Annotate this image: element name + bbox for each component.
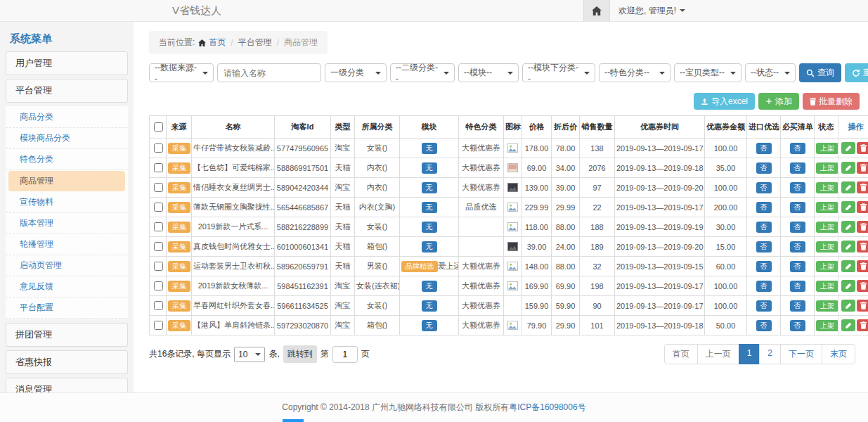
must-buy-badge[interactable]: 否 <box>790 320 805 331</box>
delete-button[interactable] <box>857 241 868 252</box>
edit-button[interactable] <box>841 181 855 193</box>
page-number-input[interactable] <box>332 346 358 363</box>
module-badge[interactable]: 无 <box>422 162 437 174</box>
status-badge[interactable]: 上架 <box>816 320 838 331</box>
sidebar-item[interactable]: 平台配置 <box>6 298 128 319</box>
select-all-checkbox[interactable] <box>154 122 163 132</box>
name-search-input[interactable] <box>217 63 321 82</box>
pagination-item[interactable]: 上一页 <box>697 344 739 364</box>
status-badge[interactable]: 上架 <box>816 281 838 292</box>
filter-select-3[interactable]: --模块下分类-- <box>522 63 595 82</box>
data-source-select[interactable]: --数据来源-- <box>149 63 214 82</box>
home-button[interactable] <box>583 0 610 21</box>
filter-select-6[interactable]: --状态-- <box>745 63 796 82</box>
sidebar-item[interactable]: 启动页管理 <box>6 255 128 276</box>
row-checkbox[interactable] <box>154 143 163 153</box>
status-badge[interactable]: 上架 <box>816 241 838 252</box>
horizontal-scrollbar-thumb[interactable] <box>283 419 304 422</box>
query-button[interactable]: 查询 <box>799 63 841 82</box>
row-checkbox[interactable] <box>154 281 163 290</box>
row-checkbox[interactable] <box>154 301 163 310</box>
pagination-item[interactable]: 首页 <box>664 344 698 364</box>
import-choice-badge[interactable]: 否 <box>756 143 772 154</box>
row-checkbox[interactable] <box>154 242 163 251</box>
must-buy-badge[interactable]: 否 <box>790 222 805 233</box>
import-choice-badge[interactable]: 否 <box>756 222 772 233</box>
sidebar-item[interactable]: 版本管理 <box>6 213 128 234</box>
jump-button[interactable]: 跳转到 <box>283 345 317 363</box>
filter-select-2[interactable]: --模块-- <box>458 63 519 82</box>
must-buy-badge[interactable]: 否 <box>790 261 805 272</box>
sidebar-section[interactable]: 用户管理 <box>6 51 128 75</box>
delete-button[interactable] <box>857 181 868 193</box>
edit-button[interactable] <box>841 241 855 252</box>
must-buy-badge[interactable]: 否 <box>790 202 805 213</box>
module-badge[interactable]: 无 <box>422 182 437 193</box>
sidebar-item[interactable]: 模块商品分类 <box>6 128 128 149</box>
status-badge[interactable]: 上架 <box>816 261 838 272</box>
sidebar-item[interactable]: 轮播管理 <box>6 234 128 255</box>
module-badge[interactable]: 无 <box>422 241 437 252</box>
edit-button[interactable] <box>841 162 855 174</box>
must-buy-badge[interactable]: 否 <box>790 182 805 193</box>
delete-button[interactable] <box>857 319 868 331</box>
row-checkbox[interactable] <box>154 183 163 192</box>
status-badge[interactable]: 上架 <box>816 143 838 154</box>
sidebar-item[interactable]: 意见反馈 <box>6 276 128 298</box>
edit-button[interactable] <box>841 142 855 154</box>
must-buy-badge[interactable]: 否 <box>790 162 805 174</box>
import-choice-badge[interactable]: 否 <box>756 261 772 272</box>
must-buy-badge[interactable]: 否 <box>790 143 805 154</box>
module-badge[interactable]: 无 <box>422 143 437 154</box>
delete-button[interactable] <box>857 300 868 312</box>
sidebar-item[interactable]: 特色分类 <box>6 149 128 170</box>
must-buy-badge[interactable]: 否 <box>790 241 805 252</box>
import-choice-badge[interactable]: 否 <box>756 300 772 312</box>
filter-select-4[interactable]: --特色分类-- <box>599 63 671 82</box>
row-checkbox[interactable] <box>154 203 163 212</box>
pagination-item[interactable]: 2 <box>759 344 781 364</box>
status-badge[interactable]: 上架 <box>816 300 838 312</box>
module-badge[interactable]: 无 <box>422 202 437 213</box>
module-badge[interactable]: 无 <box>422 300 437 312</box>
delete-button[interactable] <box>857 260 868 272</box>
icp-link[interactable]: 粤ICP备16098006号 <box>509 402 585 412</box>
status-badge[interactable]: 上架 <box>816 182 838 193</box>
sidebar-item[interactable]: 商品分类 <box>6 107 128 128</box>
row-checkbox[interactable] <box>154 222 163 231</box>
sidebar-item[interactable]: 商品管理 <box>8 171 125 191</box>
row-checkbox[interactable] <box>154 321 163 330</box>
import-choice-badge[interactable]: 否 <box>756 162 772 174</box>
delete-button[interactable] <box>857 221 868 233</box>
per-page-select[interactable]: 10 <box>234 347 265 362</box>
delete-button[interactable] <box>857 280 868 292</box>
must-buy-badge[interactable]: 否 <box>790 281 805 292</box>
must-buy-badge[interactable]: 否 <box>790 300 805 312</box>
module-badge[interactable]: 无 <box>422 222 437 233</box>
reset-button[interactable]: 重置 <box>845 63 868 82</box>
status-badge[interactable]: 上架 <box>816 222 838 233</box>
user-menu[interactable]: 欢迎您, 管理员! <box>618 5 685 17</box>
delete-button[interactable] <box>857 142 868 154</box>
breadcrumb-home-link[interactable]: 首页 <box>209 37 226 49</box>
row-checkbox[interactable] <box>154 262 163 271</box>
sidebar-section[interactable]: 省惠快报 <box>6 350 128 374</box>
add-button[interactable]: 添加 <box>758 93 799 110</box>
module-badge[interactable]: 品牌精选 <box>401 261 438 272</box>
edit-button[interactable] <box>841 260 855 272</box>
import-excel-button[interactable]: 导入excel <box>694 93 755 110</box>
import-choice-badge[interactable]: 否 <box>756 241 772 252</box>
pagination-item[interactable]: 末页 <box>822 344 855 364</box>
import-choice-badge[interactable]: 否 <box>756 281 772 292</box>
module-badge[interactable]: 无 <box>422 281 437 292</box>
filter-select-5[interactable]: --宝贝类型-- <box>674 63 741 82</box>
sidebar-item[interactable]: 宣传物料 <box>6 192 128 213</box>
delete-button[interactable] <box>857 201 868 213</box>
edit-button[interactable] <box>841 201 855 213</box>
filter-select-0[interactable]: 一级分类 <box>325 63 387 82</box>
edit-button[interactable] <box>841 221 855 233</box>
module-badge[interactable]: 无 <box>422 320 437 331</box>
filter-select-1[interactable]: --二级分类-- <box>390 63 455 82</box>
batch-delete-button[interactable]: 批量删除 <box>803 93 860 110</box>
delete-button[interactable] <box>857 162 868 174</box>
